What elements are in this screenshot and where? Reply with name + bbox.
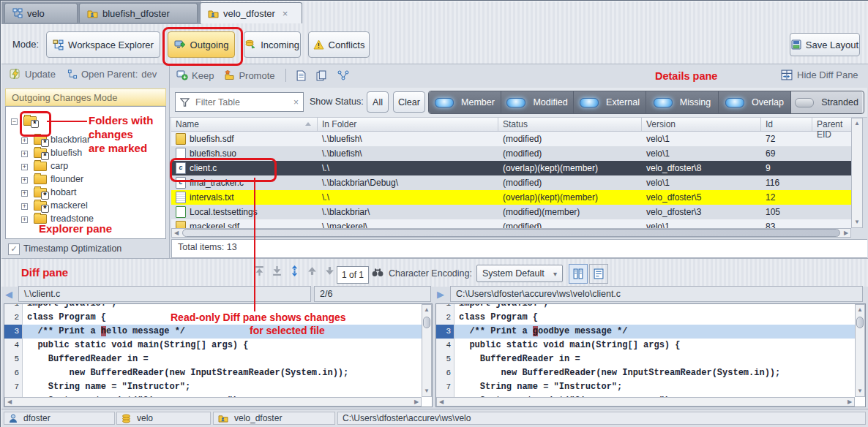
conflicts-label: Conflicts <box>329 39 365 50</box>
scroll-left-icon[interactable]: ◀ <box>5 398 14 406</box>
hide-diff-pane-button[interactable]: Hide Diff Pane <box>781 69 858 80</box>
conflicts-button[interactable]: Conflicts <box>308 31 370 58</box>
tree-root-expander[interactable]: − <box>11 118 18 125</box>
save-layout-button[interactable]: Save Layout <box>790 33 860 56</box>
diff-right-code-pane[interactable]: 1import java.io.*; 2class Program { 3 /*… <box>435 303 866 407</box>
workspace-explorer-button[interactable]: Workspace Explorer <box>46 31 160 58</box>
changed-folder-icon[interactable]: * <box>34 201 47 211</box>
table-horizontal-scrollbar[interactable]: ◀ ▶ <box>171 228 851 238</box>
tree-item-carp[interactable]: carp <box>50 161 68 171</box>
side-by-side-view-button[interactable] <box>569 264 588 284</box>
tree-expander[interactable]: + <box>21 137 28 144</box>
tree-item-hobart[interactable]: hobart <box>50 187 76 197</box>
changed-folder-icon[interactable]: * <box>34 188 47 197</box>
tree-item-blackbriar[interactable]: blackbriar <box>50 135 90 145</box>
open-parent-button[interactable]: Open Parent: dev <box>67 69 157 80</box>
tree-expander[interactable]: + <box>21 151 28 157</box>
tree-item-bluefish[interactable]: bluefish <box>50 148 82 158</box>
find-binoculars-icon[interactable] <box>372 267 384 277</box>
table-row[interactable]: Local.testsettings\.\blackbriar\(modifie… <box>171 205 851 219</box>
db-file-icon <box>176 221 186 228</box>
scroll-up-icon[interactable]: ▲ <box>852 120 862 127</box>
table-vertical-scrollbar[interactable]: ▲ ▼ <box>851 118 863 228</box>
close-icon[interactable]: × <box>283 8 288 19</box>
character-encoding-label: Character Encoding: <box>389 268 472 279</box>
table-row[interactable]: mackerel.sdf\.\mackerel\(modified)velo\1… <box>171 219 851 228</box>
toggle-label: Modified <box>533 97 567 107</box>
changed-folder-icon[interactable]: * <box>34 148 47 158</box>
scroll-right-icon[interactable]: ▶ <box>412 398 421 406</box>
tree-expander[interactable]: + <box>21 216 28 223</box>
code-line: import java.io.*; <box>23 303 116 311</box>
unified-view-icon <box>594 268 604 279</box>
filter-table-input[interactable] <box>194 97 289 108</box>
incoming-button[interactable]: Incoming <box>244 31 301 58</box>
tree-expander[interactable]: + <box>21 203 28 210</box>
toggle-overlap[interactable]: Overlap <box>719 91 791 113</box>
document-icon[interactable] <box>296 70 306 81</box>
scrollbar-thumb[interactable] <box>856 317 864 328</box>
table-row-overlap[interactable]: intervals.txt\.\(overlap)(kept)(member)v… <box>171 190 851 205</box>
scroll-right-icon[interactable]: ▶ <box>842 230 850 237</box>
filter-clear-icon[interactable]: × <box>293 97 299 107</box>
diff-left-arrow-icon[interactable]: ◀ <box>5 289 12 300</box>
status-all-button[interactable]: All <box>367 91 389 113</box>
promote-button[interactable]: Promote <box>224 70 274 81</box>
next-difference-icon[interactable] <box>324 265 335 276</box>
character-encoding-select[interactable]: System Default ▾ <box>476 265 563 282</box>
scrollbar-thumb[interactable] <box>423 317 430 328</box>
timestamp-optimization-checkbox[interactable]: ✓ <box>8 243 20 255</box>
tree-expander[interactable]: + <box>21 177 28 184</box>
version-tree-icon[interactable] <box>337 70 349 80</box>
save-icon <box>791 39 801 50</box>
diff-left-vertical-scrollbar[interactable]: ▲ ▼ <box>422 304 432 397</box>
toggle-stranded[interactable]: Stranded <box>791 91 862 113</box>
column-header-version[interactable]: Version <box>642 118 761 131</box>
folder-icon[interactable] <box>34 175 47 184</box>
toggle-member[interactable]: Member <box>429 91 501 113</box>
scroll-down-icon[interactable]: ▼ <box>852 219 862 226</box>
diff-left-horizontal-scrollbar[interactable]: ◀ ▶ <box>4 397 422 407</box>
toggle-external[interactable]: External <box>574 91 646 113</box>
scroll-right-icon[interactable]: ▶ <box>845 398 854 406</box>
diff-counter-input[interactable] <box>337 266 369 284</box>
scroll-left-icon[interactable]: ◀ <box>437 398 446 406</box>
diff-right-arrow-icon[interactable]: ▶ <box>437 289 444 300</box>
tree-expander[interactable]: + <box>21 190 28 197</box>
folder-icon[interactable] <box>34 162 47 171</box>
copy-icon[interactable] <box>316 70 327 81</box>
scroll-down-icon[interactable]: ▼ <box>422 388 431 395</box>
tab-velo-dfoster[interactable]: velo_dfoster × <box>200 2 302 23</box>
show-status-label: Show Status: <box>310 97 364 107</box>
diff-right-horizontal-scrollbar[interactable]: ◀ ▶ <box>436 397 855 407</box>
tree-item-flounder[interactable]: flounder <box>50 174 83 184</box>
last-difference-icon[interactable] <box>272 265 283 276</box>
status-clear-button[interactable]: Clear <box>393 91 425 113</box>
sync-scroll-icon[interactable] <box>289 265 300 276</box>
tab-bluefish-dfoster[interactable]: bluefish_dfoster <box>79 3 198 23</box>
toggle-modified[interactable]: Modified <box>501 91 574 113</box>
diff-right-vertical-scrollbar[interactable]: ▲ ▼ <box>855 304 865 397</box>
toggle-missing[interactable]: Missing <box>646 91 719 113</box>
column-header-in-folder[interactable]: In Folder <box>318 118 498 131</box>
table-row[interactable]: bluefish.sdf\.\bluefish\(modified)velo\1… <box>171 132 851 146</box>
tree-expander[interactable]: + <box>21 164 28 170</box>
unified-view-button[interactable] <box>589 264 608 284</box>
column-header-id[interactable]: Id <box>761 118 812 131</box>
previous-difference-icon[interactable] <box>307 265 318 276</box>
first-difference-icon[interactable] <box>254 265 265 276</box>
scroll-down-icon[interactable]: ▼ <box>856 388 864 395</box>
tab-velo[interactable]: velo <box>4 3 78 23</box>
scroll-up-icon[interactable]: ▲ <box>422 306 431 314</box>
scroll-left-icon[interactable]: ◀ <box>172 230 181 237</box>
update-button[interactable]: Update <box>10 68 56 80</box>
tab-label: velo_dfoster <box>223 8 275 19</box>
column-header-name[interactable]: Name <box>171 118 318 131</box>
scroll-up-icon[interactable]: ▲ <box>856 306 864 314</box>
tree-item-mackerel[interactable]: mackerel <box>50 200 88 211</box>
filter-funnel-icon <box>180 98 190 107</box>
column-header-parent-eid[interactable]: Parent EID <box>812 118 851 131</box>
scrollbar-thumb[interactable] <box>182 229 840 237</box>
keep-button[interactable]: Keep <box>176 70 214 81</box>
column-header-status[interactable]: Status <box>498 118 642 131</box>
